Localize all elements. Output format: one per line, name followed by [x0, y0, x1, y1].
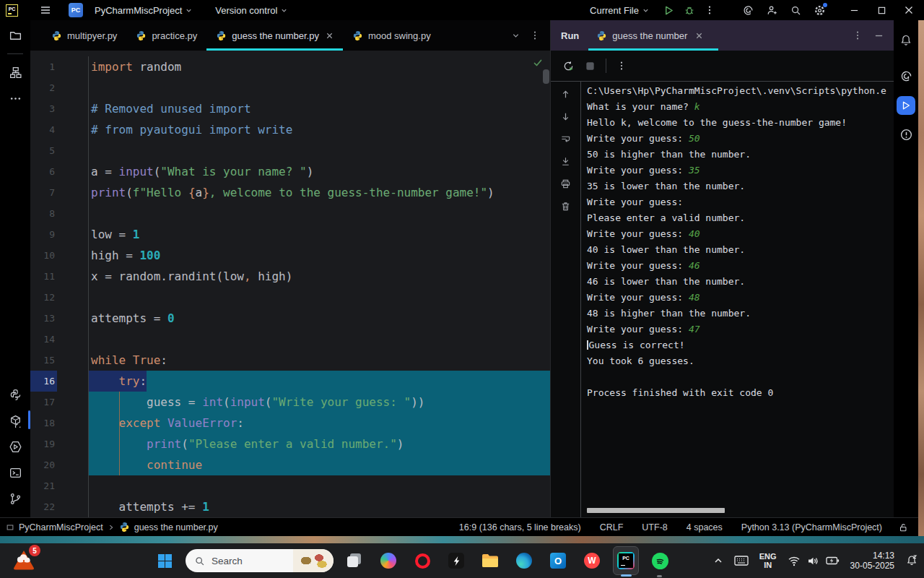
more-tool-windows-button[interactable] [4, 87, 26, 109]
scroll-to-end-button[interactable] [558, 153, 574, 169]
services-tool-button[interactable] [4, 436, 26, 457]
show-hidden-tabs-icon[interactable] [512, 32, 520, 40]
code-line[interactable]: 11x = random.randint(low, high) [30, 266, 550, 287]
spotify-button[interactable] [647, 546, 673, 575]
terminal-tool-button[interactable] [4, 462, 26, 483]
hide-panel-icon[interactable] [874, 31, 884, 40]
code-line[interactable]: 13attempts = 0 [30, 308, 550, 329]
taskbar-notification-app[interactable]: 5 [12, 548, 38, 574]
code-line[interactable]: 10high = 100 [30, 245, 550, 266]
run-panel-options-icon[interactable] [853, 30, 863, 40]
tab-options-icon[interactable] [530, 30, 540, 40]
code-line[interactable]: 21 [30, 475, 550, 496]
code-line[interactable]: 4# from pyautogui import write [30, 119, 550, 140]
settings-button[interactable] [814, 4, 826, 17]
language-indicator[interactable]: ENG IN [759, 552, 777, 569]
ai-assistant-tool-button[interactable] [895, 65, 917, 87]
console-output[interactable]: C:\Users\Hp\PyCharmMiscProject\.venv\Scr… [581, 82, 894, 517]
edge-button[interactable] [511, 546, 537, 575]
status-segment[interactable]: CRLF [600, 522, 624, 532]
run-tool-window-button[interactable] [897, 96, 915, 115]
notifications-button[interactable] [895, 30, 917, 51]
code-line[interactable]: 9low = 1 [30, 224, 550, 245]
code-line[interactable]: 18 except ValueError: [30, 413, 550, 434]
clear-console-button[interactable] [558, 198, 574, 214]
main-menu-button[interactable] [35, 2, 56, 18]
code-line[interactable]: 16 try: [30, 371, 550, 392]
start-button[interactable] [152, 546, 178, 575]
code-line[interactable]: 14 [30, 329, 550, 350]
print-button[interactable] [558, 176, 574, 191]
window-maximize-button[interactable] [875, 4, 888, 17]
project-tool-button[interactable] [4, 25, 26, 46]
window-mode-icon[interactable] [6, 523, 14, 532]
code-line[interactable]: 15while True: [30, 350, 550, 371]
project-selector[interactable]: PyCharmMiscProject [90, 3, 196, 18]
code-line[interactable]: 12 [30, 287, 550, 308]
search-daily-image[interactable] [293, 549, 334, 572]
close-icon[interactable] [695, 32, 703, 40]
scroll-down-button[interactable] [558, 108, 574, 124]
wps-office-button[interactable]: W [579, 546, 605, 575]
run-configuration-selector[interactable]: Current File [585, 3, 653, 18]
taskbar-search[interactable]: Search [186, 549, 334, 572]
more-options-icon[interactable] [705, 5, 715, 15]
file-explorer-button[interactable] [477, 546, 503, 575]
window-minimize-button[interactable] [847, 4, 860, 17]
python-console-tool-button[interactable] [4, 384, 26, 405]
breadcrumb-file[interactable]: guess the number.py [134, 522, 218, 532]
code-line[interactable]: 1import random [30, 56, 550, 77]
status-segment[interactable]: UTF-8 [642, 522, 667, 532]
notification-bell-icon[interactable] [905, 554, 918, 567]
touch-keyboard-icon[interactable] [734, 555, 749, 566]
structure-tool-button[interactable] [4, 61, 26, 83]
copilot-button[interactable] [375, 546, 401, 575]
editor-tab[interactable]: mood swing.py [343, 20, 440, 51]
status-segment[interactable]: 16:9 (136 chars, 5 line breaks) [459, 522, 581, 532]
python-packages-tool-button[interactable] [4, 410, 26, 431]
pycharm-taskbar-button[interactable]: PC [613, 546, 639, 575]
code-line[interactable]: 22 attempts += 1 [30, 496, 550, 517]
vcs-selector[interactable]: Version control [211, 3, 292, 18]
close-icon[interactable] [326, 32, 334, 40]
status-segment[interactable]: Python 3.13 (PyCharmMiscProject) [741, 522, 882, 532]
git-tool-button[interactable] [4, 488, 26, 509]
window-close-button[interactable] [902, 4, 915, 17]
ai-assistant-icon[interactable] [742, 4, 754, 17]
dark-app-button[interactable] [443, 546, 469, 575]
search-icon[interactable] [790, 4, 802, 17]
console-options-icon[interactable] [616, 61, 627, 71]
code-line[interactable]: 19 print("Please enter a valid number.") [30, 434, 550, 454]
code-line[interactable]: 2 [30, 77, 550, 98]
console-horizontal-scrollbar[interactable] [587, 508, 725, 513]
code-line[interactable]: 8 [30, 203, 550, 224]
soft-wrap-button[interactable] [558, 131, 574, 147]
outlook-button[interactable]: O [545, 546, 571, 575]
editor-tab[interactable]: multipyer.py [42, 20, 126, 51]
clock[interactable]: 14:13 30-05-2025 [850, 551, 894, 571]
debug-icon[interactable] [684, 4, 695, 16]
run-tab-close-slot[interactable] [695, 32, 703, 40]
rerun-icon[interactable] [562, 60, 575, 72]
run-tab[interactable]: guess the number [589, 20, 710, 51]
code-line[interactable]: 20 continue [30, 454, 550, 475]
unlocked-icon[interactable] [898, 522, 908, 532]
inspections-ok-icon[interactable] [533, 58, 543, 68]
system-tray-group[interactable] [788, 556, 840, 566]
code-line[interactable]: 6a = input("What is your name? ") [30, 161, 550, 182]
tray-overflow-icon[interactable] [713, 556, 723, 566]
task-view-button[interactable] [341, 546, 367, 575]
status-segment[interactable]: 4 spaces [687, 522, 723, 532]
editor-tab[interactable]: practice.py [126, 20, 206, 51]
code-editor[interactable]: 1import random23# Removed unused import4… [30, 51, 550, 517]
code-line[interactable]: 17 guess = int(input("Write your guess: … [30, 392, 550, 413]
opera-button[interactable] [409, 546, 435, 575]
code-line[interactable]: 3# Removed unused import [30, 98, 550, 119]
breadcrumb-project[interactable]: PyCharmMiscProject [19, 522, 103, 532]
add-user-icon[interactable] [766, 4, 778, 17]
editor-scrollbar[interactable] [543, 69, 549, 84]
run-icon[interactable] [663, 5, 674, 16]
code-line[interactable]: 5 [30, 140, 550, 161]
code-line[interactable]: 7print(f"Hello {a}, welcome to the guess… [30, 182, 550, 203]
scroll-up-button[interactable] [558, 86, 574, 102]
